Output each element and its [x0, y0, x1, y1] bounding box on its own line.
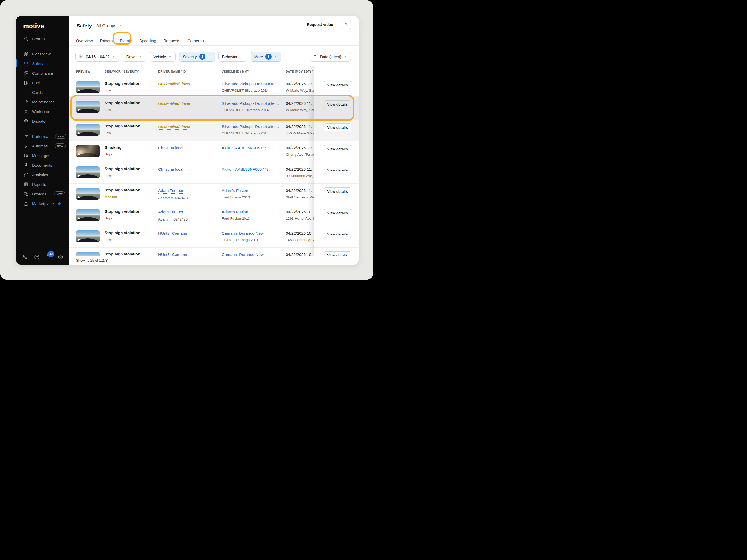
sidebar-item-dispatch[interactable]: Dispatch — [16, 116, 69, 126]
help-button[interactable] — [34, 254, 40, 260]
view-details-button[interactable]: View details — [324, 209, 351, 217]
vehicle-link[interactable]: Silverado Pickup - Do not alter... — [222, 101, 285, 106]
event-row[interactable]: Stop sign violationHUnt3r CamannCamann_D… — [69, 248, 359, 256]
sidebar-item-label: Workforce — [32, 109, 50, 114]
event-thumbnail[interactable] — [76, 166, 100, 179]
severity-label[interactable]: High — [105, 216, 112, 221]
vehicle-link[interactable]: Silverado Pickup - Do not alter... — [222, 124, 285, 129]
driver-link[interactable]: HUnt3r Camann — [158, 252, 187, 256]
vehicle-filter-label: Vehicle — [153, 55, 166, 59]
sidebar-item-maintenance[interactable]: Maintenance — [16, 97, 69, 107]
sidebar-item-label: Reports — [32, 182, 46, 187]
tab-requests[interactable]: Requests — [163, 37, 181, 44]
sidebar-item-documents[interactable]: Documents — [16, 160, 69, 170]
notifications-button[interactable]: 40 — [46, 254, 51, 260]
notification-dot — [58, 203, 60, 205]
event-thumbnail[interactable] — [76, 145, 100, 157]
admin-settings-button[interactable] — [22, 254, 28, 260]
severity-filter[interactable]: Severity 4 — [179, 52, 215, 61]
severity-label[interactable]: Low — [105, 131, 111, 135]
driver-link[interactable]: Unidentified driver — [158, 124, 190, 130]
sidebar-item-performa[interactable]: Performa...NEW — [16, 131, 69, 141]
event-thumbnail[interactable] — [76, 209, 100, 221]
tab-events[interactable]: Events — [119, 37, 133, 44]
sidebar-item-label: Automati... — [32, 144, 51, 148]
driver-link[interactable]: Adam Trimper — [158, 188, 183, 194]
request-video-button[interactable]: Request video — [302, 20, 338, 29]
view-details-button[interactable]: View details — [324, 100, 351, 108]
event-thumbnail[interactable] — [76, 231, 100, 242]
vehicle-link[interactable]: Camann_Durango New — [222, 231, 285, 236]
event-thumbnail[interactable] — [76, 81, 100, 93]
driver-filter[interactable]: Driver — [123, 52, 147, 61]
vehicle-link[interactable]: Adam's Fusion — [222, 210, 285, 214]
event-thumbnail[interactable] — [76, 252, 100, 256]
severity-label[interactable]: Low — [105, 174, 111, 178]
severity-label[interactable]: Low — [105, 238, 111, 242]
sidebar-item-messages[interactable]: Messages — [16, 151, 69, 160]
sidebar-item-marketplace[interactable]: Marketplace — [16, 199, 69, 208]
profile-button[interactable] — [58, 254, 63, 260]
event-thumbnail[interactable] — [76, 124, 100, 136]
event-row[interactable]: Stop sign violationLowUnidentified drive… — [69, 97, 359, 120]
severity-label[interactable]: Low — [105, 88, 111, 93]
sidebar-item-analytics[interactable]: Analytics — [16, 170, 69, 180]
vehicle-filter[interactable]: Vehicle — [150, 52, 176, 61]
sidebar-item-fleet-view[interactable]: Fleet View — [16, 49, 69, 59]
sticky-action-cell: View details — [314, 226, 359, 247]
driver-link[interactable]: HUnt3r Camann — [158, 231, 187, 236]
tab-drivers[interactable]: Drivers — [100, 37, 113, 44]
event-row[interactable]: Stop sign violationHighAdam TrimperAdamm… — [69, 205, 359, 226]
sidebar-item-cards[interactable]: Cards — [16, 87, 69, 97]
sort-selector[interactable]: Date (latest) — [310, 52, 351, 61]
vehicle-link[interactable]: Akikur_AABL36NF060773 — [222, 145, 285, 150]
group-selector[interactable]: All Groups — [96, 24, 122, 28]
view-details-button[interactable]: View details — [324, 251, 351, 256]
view-details-button[interactable]: View details — [324, 166, 351, 174]
event-row[interactable]: SmokingHighChristina localAkikur_AABL36N… — [69, 141, 359, 162]
event-row[interactable]: Stop sign violationLowUnidentified drive… — [69, 120, 359, 141]
vehicle-link[interactable]: Adam's Fusion — [222, 188, 285, 193]
behavior-filter[interactable]: Behavior — [218, 52, 247, 61]
sidebar-item-reports[interactable]: Reports — [16, 180, 69, 189]
play-icon — [78, 217, 80, 220]
date-range-filter[interactable]: 04/16 – 04/22 — [75, 52, 119, 61]
view-details-button[interactable]: View details — [324, 187, 351, 195]
driver-link[interactable]: Christina local — [158, 145, 183, 151]
event-row[interactable]: Stop sign violationLowChristina localAki… — [69, 162, 359, 184]
event-thumbnail[interactable] — [76, 101, 100, 112]
event-row[interactable]: Stop sign violationMediumAdam TrimperAda… — [69, 184, 359, 205]
admin-settings-button[interactable] — [342, 20, 351, 29]
severity-label[interactable]: Medium — [105, 195, 117, 199]
view-details-button[interactable]: View details — [324, 124, 351, 131]
sidebar-item-compliance[interactable]: Compliance — [16, 68, 69, 78]
tab-speeding[interactable]: Speeding — [139, 37, 157, 44]
event-thumbnail[interactable] — [76, 188, 100, 200]
vehicle-link[interactable]: Akikur_AABL36NF060773 — [222, 167, 285, 171]
driver-link[interactable]: Unidentified driver — [158, 101, 190, 106]
tab-cameras[interactable]: Cameras — [187, 37, 204, 44]
event-location: 1293 Hertel Ave, B — [286, 216, 314, 220]
view-details-button[interactable]: View details — [324, 230, 351, 238]
tabs-divider — [69, 45, 359, 46]
view-details-button[interactable]: View details — [324, 81, 351, 89]
event-row[interactable]: Stop sign violationLowUnidentified drive… — [69, 77, 359, 97]
event-row[interactable]: Stop sign violationLowHUnt3r CamannCaman… — [69, 226, 359, 248]
driver-link[interactable]: Christina local — [158, 167, 183, 172]
driver-link[interactable]: Unidentified driver — [158, 82, 190, 87]
vehicle-link[interactable]: Silverado Pickup - Do not alter... — [222, 82, 285, 86]
more-filters[interactable]: More 1 — [251, 52, 281, 61]
tab-overview[interactable]: Overview — [76, 37, 93, 44]
sidebar-search[interactable]: Search — [16, 30, 69, 41]
report-icon — [24, 182, 29, 187]
sidebar-item-workforce[interactable]: Workforce — [16, 107, 69, 116]
severity-label[interactable]: Low — [105, 108, 111, 112]
severity-label[interactable]: High — [105, 152, 112, 157]
sidebar-item-devices[interactable]: DevicesNEW — [16, 189, 69, 199]
driver-link[interactable]: Adam Trimper — [158, 210, 183, 215]
sidebar-item-safety[interactable]: Safety — [16, 59, 69, 68]
vehicle-link[interactable]: Camann_Durango New — [222, 252, 285, 256]
sidebar-item-automati[interactable]: Automati...NEW — [16, 141, 69, 151]
view-details-button[interactable]: View details — [324, 145, 351, 153]
sidebar-item-fuel[interactable]: Fuel — [16, 78, 69, 87]
